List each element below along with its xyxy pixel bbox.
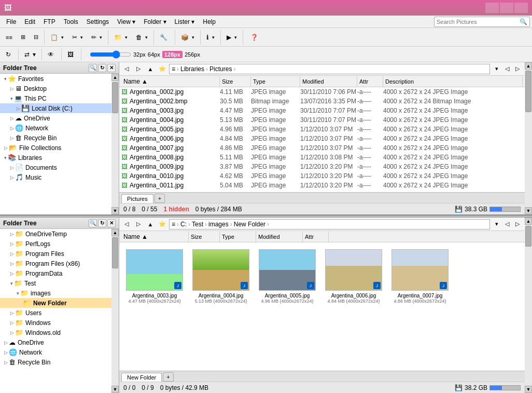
tree-item-localdisk[interactable]: ▷ 💾 Local Disk (C:) [0,103,111,113]
scroll-track-top[interactable] [111,81,119,207]
tree-search-button[interactable]: 🔍 [89,64,97,72]
tree-scrollbar-bottom[interactable]: ▲ ▼ [111,229,119,393]
crumb-root[interactable]: ≡ [172,65,175,73]
file-row[interactable]: 🖼 Argentina_0003.jpg 4.47 MB JPEG image … [119,106,525,115]
tree-item-network-top[interactable]: ▷ 🌐 Network [0,123,111,133]
show-button[interactable]: 👁 [44,49,59,60]
scroll-down-top[interactable]: ▼ [111,207,119,214]
file-scroll-down-top[interactable]: ▼ [525,207,532,214]
thumbnail-item[interactable]: J Argentina_0006.jpg 4.84 MB (4000x2672x… [323,247,385,306]
admin-button[interactable]: 🔧 [156,32,173,43]
thumbnail-size-slider[interactable] [90,50,131,59]
tab-pictures[interactable]: Pictures [121,194,153,203]
tree-refresh-button[interactable]: ↻ [98,64,106,72]
col-type-top[interactable]: Type [251,76,300,87]
file-scrollbar-top[interactable]: ▲ ▼ [525,62,532,214]
addr-next-button-bottom[interactable]: ▷ [512,219,523,229]
tree-item-libraries[interactable]: ▾ 📚 Libraries [0,153,111,162]
thumbnail-item[interactable]: J Argentina_0004.jpg 5.13 MB (4000x2672x… [190,247,252,306]
crumb-c[interactable]: C: [180,221,187,228]
nav-home-button-bottom[interactable]: ⭐ [157,219,167,229]
set-wallpaper-button[interactable]: 🖼 [64,49,79,60]
thumbnail-item[interactable]: J Argentina_0003.jpg 4.47 MB (4000x2672x… [123,247,186,306]
tree-close-button-bottom[interactable]: ✕ [107,219,116,227]
thumb-scroll-track[interactable] [525,225,532,386]
file-scroll-up-top[interactable]: ▲ [525,62,532,70]
scroll-up-top[interactable]: ▲ [111,74,119,81]
tree-item-users[interactable]: ▷ 📁 Users [0,308,111,318]
tree-item-thispc[interactable]: ▾ 💻 This PC [0,93,111,103]
menu-lister[interactable]: Lister ▾ [171,17,199,26]
file-row[interactable]: 🖼 Argentina_0011.jpg 5.04 MB JPEG image … [119,181,525,190]
file-row[interactable]: 🖼 Argentina_0004.jpg 5.13 MB JPEG image … [119,115,525,125]
col-attr-top[interactable]: Attr [357,76,383,87]
tree-item-programfiles86[interactable]: ▷ 📁 Program Files (x86) [0,259,111,268]
tree-item-windows[interactable]: ▷ 📁 Windows [0,318,111,328]
col-attr-bottom[interactable]: Attr [303,232,329,242]
col-name-bottom[interactable]: Name ▲ [121,232,189,242]
view-large-button[interactable]: ⊟ [30,32,42,43]
tree-close-button[interactable]: ✕ [107,64,116,72]
move-button[interactable]: ✂ ▾ [68,32,87,43]
addr-prev-button-bottom[interactable]: ◁ [502,219,512,229]
new-folder-button[interactable]: 📁 ▾ [110,32,131,43]
properties-button[interactable]: ℹ ▾ [203,32,218,43]
crumb-newfolder[interactable]: New Folder [234,221,265,228]
col-modified-top[interactable]: Modified [300,76,357,87]
addr-expand-button[interactable]: ▾ [492,64,502,74]
col-desc-top[interactable]: Description [383,76,523,87]
nav-back-button-top[interactable]: ◁ [121,64,132,74]
close-button[interactable] [514,3,528,13]
tree-item-onedrivetemp[interactable]: ▷ 📁 OneDriveTemp [0,229,111,239]
nav-up-button-bottom[interactable]: ▲ [145,219,156,229]
tree-search-button-bottom[interactable]: 🔍 [89,219,97,227]
col-modified-bottom[interactable]: Modified [256,232,303,242]
addr-prev-button[interactable]: ◁ [502,64,512,74]
archive-button[interactable]: 📦 ▾ [177,32,198,43]
rename-button[interactable]: ✏ ▾ [88,32,106,43]
breadcrumb-bottom[interactable]: ≡ › C: › Test › images › New Folder › [169,219,490,229]
tab-add-top[interactable]: + [155,194,165,203]
minimize-button[interactable] [485,3,499,13]
file-row[interactable]: 🖼 Argentina_0009.jpg 3.87 MB JPEG image … [119,162,525,171]
menu-settings[interactable]: Settings [82,17,113,26]
tree-item-images[interactable]: ▾ 📁 images [0,288,111,298]
thumb-scroll-down[interactable]: ▼ [525,386,532,393]
addr-next-button[interactable]: ▷ [512,64,523,74]
tree-item-music[interactable]: ▷ 🎵 Music [0,172,111,182]
tree-item-perflogs[interactable]: ▷ 📁 PerfLogs [0,239,111,249]
crumb-pictures[interactable]: Pictures [209,65,232,73]
tree-item-newfolder[interactable]: 📁 New Folder [0,298,111,308]
scroll-down-bottom[interactable]: ▼ [111,386,119,393]
col-size-top[interactable]: Size [220,76,251,87]
nav-forward-button-top[interactable]: ▷ [133,64,144,74]
maximize-button[interactable] [500,3,513,13]
size-128[interactable]: 128px [162,51,183,58]
menu-edit[interactable]: Edit [20,17,39,26]
nav-back-button-bottom[interactable]: ◁ [121,219,132,229]
tab-add-bottom[interactable]: + [163,372,173,382]
file-row[interactable]: 🖼 Argentina_0008.jpg 5.11 MB JPEG image … [119,153,525,162]
tree-item-filecollections[interactable]: ▷ 📂 File Collections [0,143,111,153]
tree-item-recyclebin-bottom[interactable]: ▷ 🗑 Recycle Bin [0,357,111,367]
tree-item-windowsold[interactable]: ▷ 📁 Windows.old [0,328,111,337]
tree-item-documents[interactable]: ▷ 📄 Documents [0,162,111,172]
thumb-scroll-up[interactable]: ▲ [525,218,532,225]
size-64[interactable]: 64px [148,51,160,58]
view-details-button[interactable]: ≡≡ [2,32,16,43]
file-row[interactable]: 🖼 Argentina_0002.jpg 4.11 MB JPEG image … [119,87,525,97]
search-box[interactable]: 🔍 [434,17,530,27]
search-input[interactable] [437,19,520,25]
thumb-scroll-thumb[interactable] [525,226,531,247]
breadcrumb-top[interactable]: ≡ › Libraries › Pictures › [169,64,490,74]
nav-up-button-top[interactable]: ▲ [145,64,156,74]
menu-view[interactable]: View ▾ [113,17,139,26]
tree-item-favorites[interactable]: ▾ ⭐ Favorites [0,74,111,84]
tree-item-onedrive-bottom[interactable]: ▷ ☁ OneDrive [0,337,111,347]
tree-scrollbar-top[interactable]: ▲ ▼ [111,74,119,214]
col-name-top[interactable]: Name ▲ [121,76,220,87]
copy-files-button[interactable]: 📋 ▾ [47,32,67,43]
tree-refresh-button-bottom[interactable]: ↻ [98,219,106,227]
help-button[interactable]: ❓ [245,32,262,43]
scroll-thumb-bottom[interactable] [112,237,118,268]
